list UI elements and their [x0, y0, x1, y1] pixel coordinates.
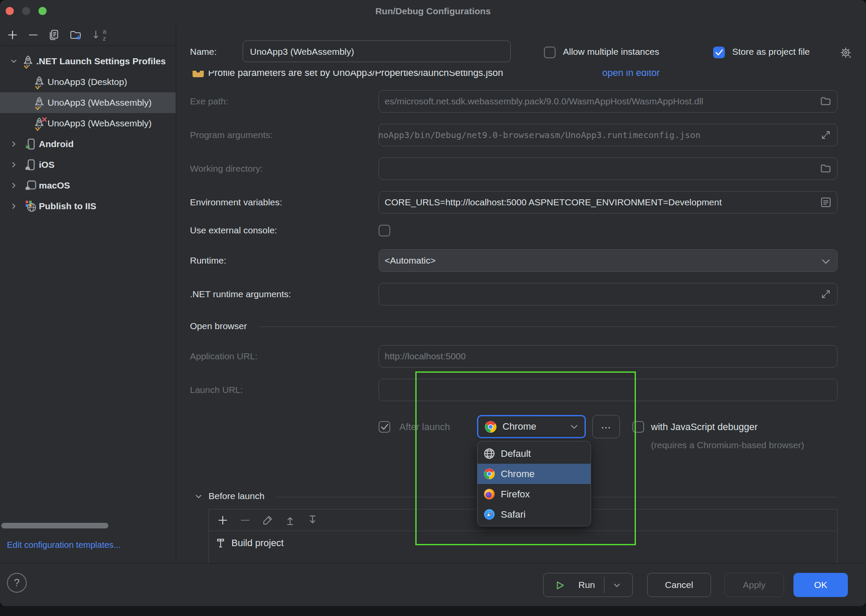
safari-icon	[484, 509, 495, 520]
default-browser-icon	[484, 448, 495, 459]
add-configuration-icon[interactable]	[6, 28, 19, 41]
tree-item-android[interactable]: Android	[0, 134, 176, 154]
environment-variables-field[interactable]: CORE_URLS=http://localhost:5000 ASPNETCO…	[379, 191, 838, 214]
browser-option-chrome[interactable]: Chrome	[477, 464, 591, 484]
application-url-field[interactable]: http://localhost:5000	[379, 345, 838, 368]
move-up-icon[interactable]	[284, 514, 296, 526]
expand-editor-icon[interactable]	[820, 288, 832, 300]
environment-variables-label: Environment variables:	[190, 191, 282, 214]
tree-item-macos[interactable]: macOS	[0, 175, 176, 196]
dialog-title: Run/Debug Configurations	[0, 0, 866, 24]
browse-folder-icon[interactable]	[820, 95, 832, 107]
section-divider	[259, 327, 838, 327]
edit-variables-icon[interactable]	[820, 196, 832, 208]
tree-item-unoapp3-desktop[interactable]: UnoApp3 (Desktop)	[0, 72, 176, 92]
tree-item-unoapp3-webassembly-error[interactable]: UnoApp3 (WebAssembly)	[0, 113, 176, 134]
check-icon	[380, 423, 389, 431]
with-js-debugger-label: with JavaScript debugger	[651, 421, 758, 433]
working-directory-field[interactable]	[379, 157, 838, 180]
program-arguments-label: Program arguments:	[190, 124, 272, 146]
js-debugger-hint: (requires a Chromium-based browser)	[651, 440, 804, 450]
profile-parameters-notice: Profile parameters are set by UnoApp3/Pr…	[176, 71, 866, 80]
sort-letter-z: z	[103, 35, 106, 42]
store-as-project-file-label: Store as project file	[732, 47, 810, 57]
allow-multiple-instances-label: Allow multiple instances	[563, 47, 659, 57]
edit-task-icon[interactable]	[262, 514, 274, 526]
publish-iis-icon	[24, 200, 37, 213]
runtime-label: Runtime:	[190, 249, 226, 272]
open-in-editor-link[interactable]: open in editor	[602, 71, 660, 80]
run-button[interactable]: Run	[543, 573, 633, 597]
dotnet-runtime-arguments-label: .NET runtime arguments:	[190, 283, 291, 305]
task-label: Build project	[231, 531, 284, 555]
browse-folder-icon[interactable]	[820, 163, 832, 175]
sidebar-horizontal-scrollbar[interactable]	[1, 523, 108, 528]
add-task-icon[interactable]	[217, 514, 229, 526]
remove-configuration-icon[interactable]	[27, 28, 40, 41]
browser-option-default[interactable]: Default	[477, 443, 591, 464]
program-arguments-field[interactable]: UnoApp3/bin/Debug/net9.0-browserwasm/Uno…	[379, 124, 838, 146]
runtime-combobox[interactable]: <Automatic>	[379, 249, 838, 272]
use-external-console-label: Use external console:	[190, 219, 277, 242]
chevron-down-icon	[820, 255, 832, 267]
store-options-gear-icon[interactable]	[839, 46, 852, 59]
after-launch-checkbox[interactable]	[379, 421, 390, 433]
launch-settings-icon	[192, 71, 204, 78]
help-button[interactable]: ?	[7, 573, 27, 593]
remove-task-icon[interactable]	[239, 514, 251, 526]
modified-badge-icon	[35, 85, 41, 91]
name-input[interactable]: UnoApp3 (WebAssembly)	[243, 41, 511, 62]
tree-item-ios[interactable]: iOS	[0, 154, 176, 175]
application-url-label: Application URL:	[190, 345, 257, 368]
chrome-icon	[484, 468, 495, 480]
configurations-sidebar: a z .NET Launch Settings Profiles UnoApp…	[0, 24, 176, 563]
copy-configuration-icon[interactable]	[47, 28, 60, 41]
dialog-footer: ? Run Cancel Apply OK	[0, 563, 866, 606]
run-options-chevron-icon[interactable]	[612, 580, 622, 591]
collapse-chevron-icon[interactable]	[194, 492, 203, 501]
hammer-icon	[215, 537, 227, 549]
sort-letter-a: a	[103, 28, 106, 35]
dotnet-runtime-arguments-field[interactable]	[379, 283, 838, 305]
tree-item-publish-to-iis[interactable]: Publish to IIS	[0, 196, 176, 217]
modified-badge-icon	[23, 64, 29, 70]
working-directory-label: Working directory:	[190, 157, 263, 180]
run-debug-configurations-dialog: Run/Debug Configurations a z	[0, 0, 866, 606]
launch-url-label: Launch URL:	[190, 379, 243, 401]
exe-path-field[interactable]: es/microsoft.net.sdk.webassembly.pack/9.…	[379, 90, 838, 113]
titlebar: Run/Debug Configurations	[0, 0, 866, 24]
browser-option-safari[interactable]: Safari	[477, 504, 591, 525]
use-external-console-checkbox[interactable]	[379, 225, 390, 236]
tree-item-unoapp3-webassembly-selected[interactable]: UnoApp3 (WebAssembly)	[0, 92, 176, 113]
android-phone-icon	[24, 138, 37, 151]
macos-icon	[24, 179, 37, 192]
notice-text: Profile parameters are set by UnoApp3/Pr…	[208, 71, 503, 80]
allow-multiple-instances-checkbox[interactable]	[544, 47, 556, 58]
apply-button[interactable]: Apply	[724, 573, 784, 597]
check-icon	[715, 49, 724, 57]
expand-editor-icon[interactable]	[820, 129, 832, 141]
tree-item-net-launch-settings[interactable]: .NET Launch Settings Profiles	[0, 51, 176, 72]
error-badge-icon	[41, 116, 47, 123]
open-browser-heading: Open browser	[190, 321, 247, 331]
edit-configuration-templates-link[interactable]: Edit configuration templates...	[7, 540, 120, 550]
ok-button[interactable]: OK	[793, 573, 848, 597]
move-down-icon[interactable]	[307, 514, 319, 526]
name-label: Name:	[190, 47, 217, 57]
play-icon	[555, 580, 565, 591]
cancel-button[interactable]: Cancel	[647, 573, 711, 597]
store-as-project-file-checkbox[interactable]	[713, 47, 725, 58]
modified-badge-icon	[35, 105, 41, 111]
modified-badge-icon	[35, 126, 41, 132]
browser-option-firefox[interactable]: Firefox	[477, 484, 591, 504]
ios-phone-icon	[24, 158, 37, 171]
configuration-form: Profile parameters are set by UnoApp3/Pr…	[176, 71, 866, 563]
before-launch-heading: Before launch	[209, 491, 265, 501]
desktop-background	[0, 606, 866, 616]
sidebar-toolbar: a z	[0, 24, 176, 46]
browser-dropdown-popup: Default Chrome Firefox Safari	[477, 441, 591, 526]
new-folder-icon[interactable]	[69, 28, 82, 41]
exe-path-label: Exe path:	[190, 90, 228, 113]
run-split-divider	[604, 577, 604, 593]
firefox-icon	[484, 488, 495, 500]
